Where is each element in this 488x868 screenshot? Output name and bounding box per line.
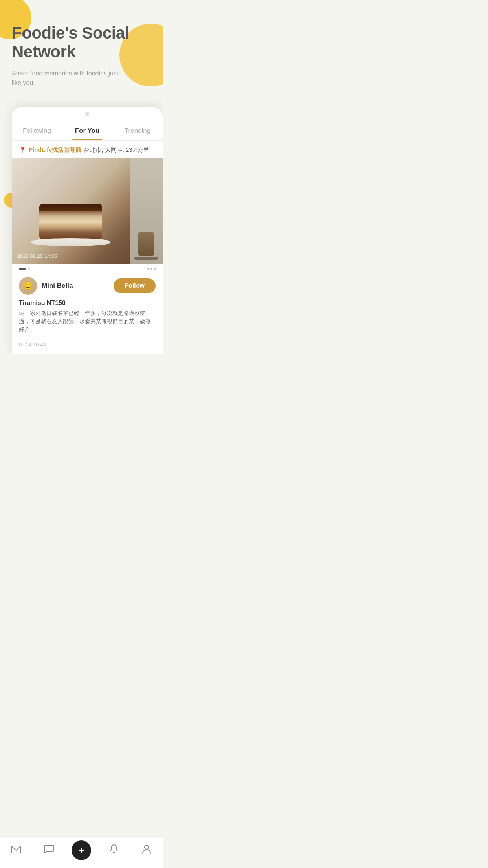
hero-title: Foodie's Social Network: [12, 24, 151, 62]
tiramisu-body: [39, 204, 102, 239]
tab-for-you[interactable]: For You: [62, 123, 112, 140]
location-bar: 📍 FindLife找活咖啡館 台北市, 大同區, 23.4公里: [12, 141, 163, 158]
more-dot-3: [154, 268, 156, 270]
tabs-bar: Following For You Trending: [12, 119, 163, 141]
hero-section: Foodie's Social Network Share food memor…: [0, 0, 163, 99]
tiramisu-cocoa-layer: [39, 204, 102, 211]
post-title: Tiramisu NT150: [19, 300, 156, 307]
image-dot-1: [28, 268, 30, 270]
tab-following[interactable]: Following: [12, 123, 62, 140]
image-timestamp: 2018.08.20 14:35: [17, 254, 57, 259]
tiramisu-plate: [31, 238, 110, 246]
post-description: 這一家列為口袋名單已經一年多，每次就是路過沒吃過，可是就在友人跟我一起看完某電視…: [19, 309, 156, 334]
hero-subtitle: Share food memories with foodies just li…: [12, 69, 122, 88]
author-row: 😊 Mini Bella Follow: [12, 274, 163, 300]
food-image-container: 2018.08.20 14:35: [12, 158, 163, 264]
mockup-notch: [12, 107, 163, 119]
follow-button[interactable]: Follow: [114, 278, 156, 293]
image-dot-active: [19, 268, 26, 270]
location-name[interactable]: FindLife找活咖啡館: [29, 146, 81, 154]
tab-trending[interactable]: Trending: [112, 123, 163, 140]
image-dots-row: [12, 264, 163, 274]
author-avatar[interactable]: 😊: [19, 277, 37, 295]
post-content: Tiramisu NT150 這一家列為口袋名單已經一年多，每次就是路過沒吃過，…: [12, 300, 163, 338]
location-detail: 台北市, 大同區, 23.4公里: [84, 146, 149, 154]
more-dot-2: [150, 268, 152, 270]
food-image-side: [130, 158, 163, 264]
author-name: Mini Bella: [42, 282, 109, 290]
phone-mockup: Following For You Trending 📍 FindLife找活咖…: [12, 107, 163, 354]
notch-dot: [85, 112, 89, 116]
food-image-main: 2018.08.20 14:35: [12, 158, 130, 264]
side-drink: [138, 232, 154, 256]
author-avatar-emoji: 😊: [23, 281, 33, 291]
more-options[interactable]: [147, 268, 156, 270]
more-dot-1: [147, 268, 149, 270]
post-time: 05.24 10:43: [12, 338, 163, 354]
side-plate: [134, 257, 158, 260]
location-pin-icon: 📍: [19, 146, 27, 154]
